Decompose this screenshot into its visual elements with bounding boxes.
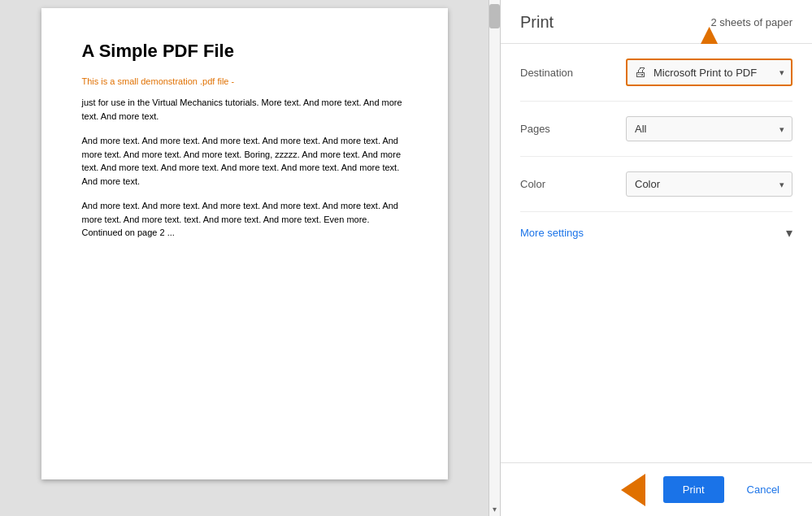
color-row: Color Color bbox=[520, 157, 792, 212]
pages-row: Pages All bbox=[520, 102, 792, 157]
color-control: Color bbox=[626, 171, 792, 197]
scrollbar[interactable]: ▾ bbox=[489, 0, 500, 516]
color-label: Color bbox=[520, 178, 626, 190]
pdf-block-4: And more text. And more text. And more t… bbox=[82, 199, 407, 240]
destination-label: Destination bbox=[520, 67, 626, 79]
pdf-block-2: just for use in the Virtual Mechanics tu… bbox=[82, 96, 407, 123]
more-settings-label[interactable]: More settings bbox=[520, 227, 584, 239]
pdf-block-3: And more text. And more text. And more t… bbox=[82, 134, 407, 188]
color-dropdown[interactable]: Color bbox=[626, 171, 792, 197]
destination-value: Microsoft Print to PDF bbox=[654, 67, 766, 79]
panel-body: Destination ▲ 🖨 Microsoft Print to PDF ▾… bbox=[501, 44, 812, 462]
panel-header: Print 2 sheets of paper bbox=[501, 0, 812, 44]
pages-dropdown[interactable]: All bbox=[626, 116, 792, 141]
destination-row: Destination ▲ 🖨 Microsoft Print to PDF ▾ bbox=[520, 44, 792, 102]
pages-control: All bbox=[626, 116, 792, 141]
destination-control: ▲ 🖨 Microsoft Print to PDF ▾ bbox=[626, 59, 792, 86]
pdf-title: A Simple PDF File bbox=[82, 41, 407, 62]
destination-dropdown[interactable]: 🖨 Microsoft Print to PDF ▾ bbox=[626, 59, 792, 86]
print-button[interactable]: Print bbox=[663, 476, 724, 503]
destination-chevron-icon: ▾ bbox=[779, 67, 784, 78]
pdf-page: A Simple PDF File This is a small demons… bbox=[41, 8, 448, 479]
pdf-preview-area: A Simple PDF File This is a small demons… bbox=[0, 0, 500, 516]
scroll-arrow-down[interactable]: ▾ bbox=[489, 502, 500, 516]
pages-label: Pages bbox=[520, 123, 626, 135]
panel-footer: Print Cancel bbox=[501, 462, 812, 516]
more-settings-chevron-icon: ▾ bbox=[786, 225, 792, 241]
scroll-thumb[interactable] bbox=[489, 4, 500, 28]
pdf-line-1: This is a small demonstration .pdf file … bbox=[82, 76, 407, 86]
print-panel: Print 2 sheets of paper Destination ▲ 🖨 … bbox=[500, 0, 812, 516]
up-arrow-indicator: ▲ bbox=[695, 20, 724, 49]
more-settings-row[interactable]: More settings ▾ bbox=[520, 212, 792, 254]
panel-title: Print bbox=[520, 13, 554, 32]
cancel-button[interactable]: Cancel bbox=[734, 476, 792, 503]
printer-icon: 🖨 bbox=[634, 65, 647, 80]
